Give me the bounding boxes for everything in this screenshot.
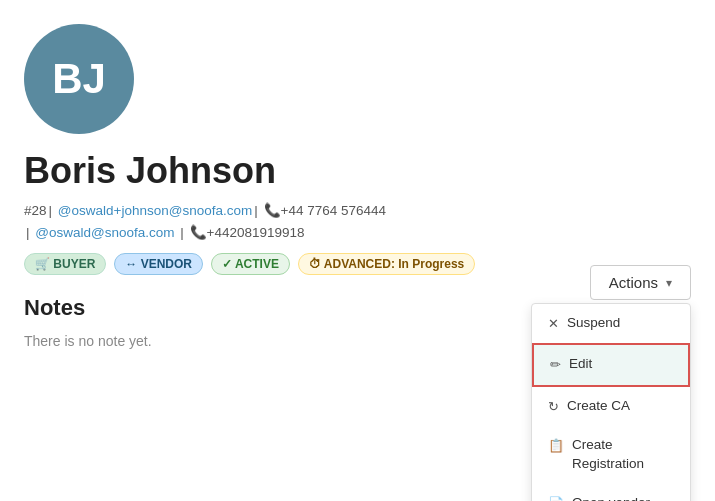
vendor-report-icon: 📄 bbox=[548, 495, 564, 501]
user-id: #28 bbox=[24, 203, 47, 218]
tag-advanced: ⏱ ADVANCED: In Progress bbox=[298, 253, 475, 275]
tag-buyer: 🛒 BUYER bbox=[24, 253, 106, 275]
action-create-ca[interactable]: ↻ Create CA bbox=[532, 387, 690, 426]
user-meta: #28| @oswald+johnson@snoofa.com| 📞+44 77… bbox=[24, 200, 691, 243]
user-name: Boris Johnson bbox=[24, 150, 691, 192]
create-registration-icon: 📋 bbox=[548, 437, 564, 455]
create-ca-icon: ↻ bbox=[548, 398, 559, 416]
action-edit-label: Edit bbox=[569, 355, 592, 374]
user-phone2: 📞+442081919918 bbox=[190, 225, 305, 240]
actions-button-label: Actions bbox=[609, 274, 658, 291]
actions-dropdown-menu: ✕ Suspend ✏ Edit ↻ Create CA 📋 Create Re… bbox=[531, 303, 691, 501]
chevron-down-icon: ▾ bbox=[666, 276, 672, 290]
tag-vendor: ↔ VENDOR bbox=[114, 253, 203, 275]
edit-icon: ✏ bbox=[550, 356, 561, 374]
main-content: Notes There is no note yet. Actions ▾ ✕ … bbox=[0, 295, 715, 349]
avatar: BJ bbox=[24, 24, 134, 134]
action-create-ca-label: Create CA bbox=[567, 397, 630, 416]
user-email1[interactable]: @oswald+johnson@snoofa.com bbox=[58, 203, 252, 218]
action-edit[interactable]: ✏ Edit bbox=[532, 343, 690, 386]
user-email2[interactable]: @oswald@snoofa.com bbox=[35, 225, 174, 240]
action-vendor-report[interactable]: 📄 Open vendor report bbox=[532, 484, 690, 501]
avatar-initials: BJ bbox=[52, 55, 106, 103]
action-suspend-label: Suspend bbox=[567, 314, 620, 333]
actions-button[interactable]: Actions ▾ bbox=[590, 265, 691, 300]
suspend-icon: ✕ bbox=[548, 315, 559, 333]
action-create-registration[interactable]: 📋 Create Registration bbox=[532, 426, 690, 484]
action-suspend[interactable]: ✕ Suspend bbox=[532, 304, 690, 343]
action-vendor-report-label: Open vendor report bbox=[572, 494, 674, 501]
user-phone1: 📞+44 7764 576444 bbox=[264, 203, 386, 218]
action-create-registration-label: Create Registration bbox=[572, 436, 674, 474]
tag-active: ✓ ACTIVE bbox=[211, 253, 290, 275]
actions-container: Actions ▾ ✕ Suspend ✏ Edit ↻ Create CA 📋… bbox=[590, 265, 691, 300]
